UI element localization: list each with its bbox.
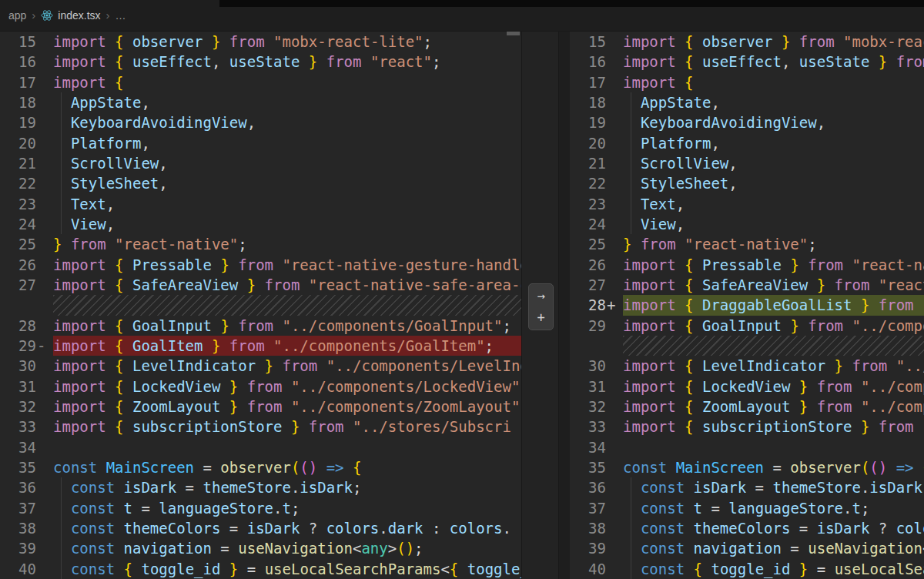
code-text: const t = languageStore.t;: [53, 498, 521, 518]
code-line[interactable]: 24 View,: [0, 214, 521, 234]
line-number: 39: [0, 538, 53, 558]
code-line[interactable]: 17import {: [570, 72, 924, 92]
code-line[interactable]: 18 AppState,: [570, 92, 924, 112]
code-line[interactable]: 16import { useEffect, useState } from "r…: [570, 52, 924, 72]
code-line[interactable]: 25} from "react-native";: [570, 234, 924, 254]
code-line[interactable]: 29import { GoalInput } from "../componen…: [570, 316, 924, 336]
code-line[interactable]: 22 StyleSheet,: [0, 173, 521, 193]
code-text: import { useEffect, useState } from "rea…: [623, 52, 924, 72]
diff-original-pane[interactable]: 15import { observer } from "mobx-react-l…: [0, 32, 521, 579]
line-number: 31: [0, 377, 53, 397]
code-text: AppState,: [53, 92, 521, 112]
code-line[interactable]: 31import { LockedView } from "../compone…: [0, 377, 521, 397]
code-line[interactable]: 17import {: [0, 72, 521, 92]
code-text: const { toggle_id } = useLocalSearchPara…: [623, 559, 924, 579]
code-text: import { GoalItem } from "../components/…: [53, 336, 521, 356]
code-line[interactable]: 37 const t = languageStore.t;: [570, 498, 924, 518]
code-line[interactable]: 27import { SafeAreaView } from "react-na…: [0, 275, 521, 295]
line-number: 24: [0, 214, 53, 234]
code-line[interactable]: 20 Platform,: [0, 133, 521, 153]
arrow-right-icon: →: [537, 288, 544, 303]
line-number: 23: [570, 194, 623, 214]
code-line[interactable]: 32import { ZoomLayout } from "../compone…: [0, 397, 521, 417]
line-number: 33: [570, 417, 623, 437]
code-line[interactable]: 35const MainScreen = observer(() => {: [570, 457, 924, 477]
code-line[interactable]: 31import { LockedView } from "../compone…: [570, 377, 924, 397]
code-line[interactable]: 29-import { GoalItem } from "../componen…: [0, 336, 521, 356]
line-number: 20: [570, 133, 623, 153]
code-line[interactable]: 27import { SafeAreaView } from "react-na…: [570, 275, 924, 295]
line-number: [0, 295, 53, 315]
code-line[interactable]: 34: [0, 437, 521, 457]
code-text: const themeColors = isDark ? colors.: [623, 518, 924, 538]
code-text: import { observer } from "mobx-react-lit…: [53, 32, 521, 52]
code-line[interactable]: 16import { useEffect, useState } from "r…: [0, 52, 521, 72]
code-line[interactable]: 34: [570, 437, 924, 457]
code-text: const MainScreen = observer(() => {: [623, 457, 924, 477]
code-line[interactable]: 23 Text,: [0, 194, 521, 214]
code-line[interactable]: 35const MainScreen = observer(() => {: [0, 457, 521, 477]
code-line[interactable]: 26import { Pressable } from "react-nativ…: [0, 255, 521, 275]
line-number: 27: [570, 275, 623, 295]
code-line[interactable]: 21 ScrollView,: [570, 153, 924, 173]
line-number: 28: [0, 316, 53, 336]
code-text: [623, 336, 924, 356]
diff-change-actions-toolbar: → +: [528, 283, 554, 330]
code-line[interactable]: 38 const themeColors = isDark ? colors.: [570, 518, 924, 538]
line-number: 16: [0, 52, 53, 72]
code-line[interactable]: 15import { observer } from "mobx-react-l…: [570, 32, 924, 52]
line-number: 29: [570, 316, 623, 336]
react-file-icon: [41, 9, 53, 22]
line-number: 25: [0, 234, 53, 254]
copy-change-arrow-button[interactable]: →: [537, 290, 544, 303]
line-number: 37: [0, 498, 53, 518]
code-text: const t = languageStore.t;: [623, 498, 924, 518]
code-line[interactable]: 38 const themeColors = isDark ? colors.d…: [0, 518, 521, 538]
line-number: 22: [570, 173, 623, 193]
code-line[interactable]: 36 const isDark = themeStore.isDark;: [570, 477, 924, 497]
code-line[interactable]: 26import { Pressable } from "react-nativ…: [570, 255, 924, 275]
line-number: 38: [570, 518, 623, 538]
breadcrumb-symbol-more[interactable]: …: [116, 9, 126, 22]
code-line[interactable]: 40 const { toggle_id } = useLocalSearchP…: [570, 559, 924, 579]
code-line[interactable]: 28import { GoalInput } from "../componen…: [0, 316, 521, 336]
line-number: 26: [0, 255, 53, 275]
code-line[interactable]: 23 Text,: [570, 194, 924, 214]
code-line[interactable]: 24 View,: [570, 214, 924, 234]
code-line[interactable]: 18 AppState,: [0, 92, 521, 112]
code-text: } from "react-native";: [623, 234, 924, 254]
code-text: import { Pressable } from "react-native-…: [53, 255, 521, 275]
code-line[interactable]: 37 const t = languageStore.t;: [0, 498, 521, 518]
breadcrumb-folder[interactable]: app: [8, 9, 26, 22]
code-line[interactable]: 30import { LevelIndicator } from "../com…: [0, 356, 521, 376]
code-line[interactable]: 39 const navigation = useNavigation<any>…: [570, 538, 924, 558]
line-number: 32: [0, 397, 53, 417]
code-line[interactable]: 19 KeyboardAvoidingView,: [570, 112, 924, 132]
code-line[interactable]: 28+import { DraggableGoalList } from: [570, 295, 924, 315]
code-line[interactable]: 19 KeyboardAvoidingView,: [0, 112, 521, 132]
line-number: 34: [0, 437, 53, 457]
line-number: 40: [0, 559, 53, 579]
code-line[interactable]: 20 Platform,: [570, 133, 924, 153]
code-line[interactable]: 33import { subscriptionStore } from "../…: [570, 417, 924, 437]
line-number: 35: [0, 457, 53, 477]
code-line[interactable]: 36 const isDark = themeStore.isDark;: [0, 477, 521, 497]
line-number: 32: [570, 397, 623, 417]
line-number: 15: [570, 32, 623, 52]
code-text: Platform,: [53, 133, 521, 153]
diff-modified-pane[interactable]: 15import { observer } from "mobx-react-l…: [570, 32, 924, 579]
code-text: const navigation = useNavigation<any>();: [53, 538, 521, 558]
code-line[interactable]: 25} from "react-native";: [0, 234, 521, 254]
left-scrollbar-thumb[interactable]: [507, 32, 520, 35]
code-line[interactable]: 40 const { toggle_id } = useLocalSearchP…: [0, 559, 521, 579]
code-line[interactable]: 39 const navigation = useNavigation<any>…: [0, 538, 521, 558]
code-line[interactable]: 15import { observer } from "mobx-react-l…: [0, 32, 521, 52]
code-line[interactable]: 32import { ZoomLayout } from "../compone…: [570, 397, 924, 417]
code-text: ScrollView,: [623, 153, 924, 173]
breadcrumb-file[interactable]: index.tsx: [41, 9, 100, 22]
code-line[interactable]: 33import { subscriptionStore } from "../…: [0, 417, 521, 437]
stage-change-plus-button[interactable]: +: [537, 311, 544, 324]
code-line[interactable]: 21 ScrollView,: [0, 153, 521, 173]
code-line[interactable]: 22 StyleSheet,: [570, 173, 924, 193]
code-line[interactable]: 30import { LevelIndicator } from "../com…: [570, 356, 924, 376]
